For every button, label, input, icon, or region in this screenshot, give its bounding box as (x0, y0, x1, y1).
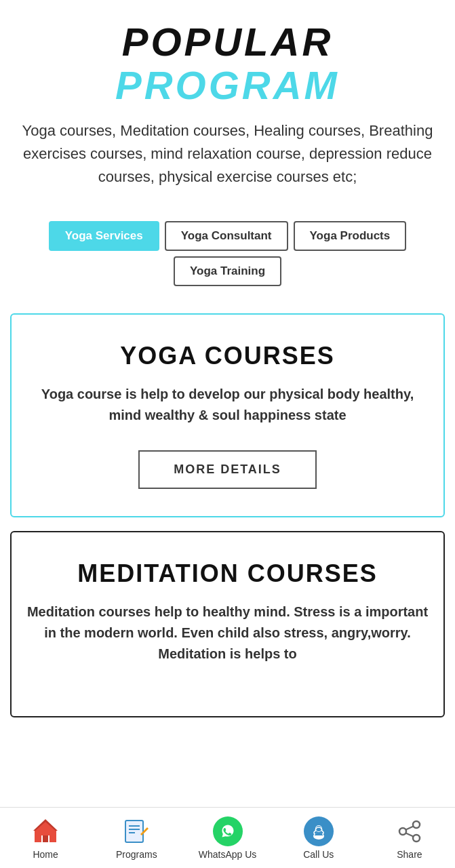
svg-point-14 (413, 835, 420, 842)
nav-programs-label: Programs (116, 849, 157, 860)
filter-section: Yoga Services Yoga Consultant Yoga Produ… (0, 202, 455, 300)
svg-point-11 (316, 826, 321, 831)
yoga-courses-card: YOGA COURSES Yoga course is help to deve… (10, 313, 445, 517)
meditation-courses-desc: Meditation courses help to healthy mind.… (25, 601, 430, 665)
bottom-nav: Home Programs Whats (0, 807, 455, 868)
nav-callus-label: Call Us (303, 849, 334, 860)
filter-yoga-services[interactable]: Yoga Services (49, 221, 159, 251)
main-content: POPULAR PROGRAM Yoga courses, Meditation… (0, 0, 455, 799)
nav-programs[interactable]: Programs (91, 816, 182, 860)
meditation-courses-card: MEDITATION COURSES Meditation courses he… (10, 531, 445, 717)
nav-share-label: Share (397, 849, 422, 860)
callus-icon (304, 816, 334, 846)
yoga-courses-more-details-button[interactable]: MORE DETAILS (138, 450, 317, 489)
yoga-courses-desc: Yoga course is help to develop our physi… (25, 384, 430, 426)
nav-home[interactable]: Home (0, 816, 91, 860)
programs-icon (121, 816, 151, 846)
nav-whatsapp[interactable]: WhatsApp Us (182, 816, 273, 860)
filter-yoga-products[interactable]: Yoga Products (294, 221, 407, 251)
nav-whatsapp-label: WhatsApp Us (199, 849, 257, 860)
filter-yoga-training[interactable]: Yoga Training (174, 256, 281, 286)
header-subtitle: Yoga courses, Meditation courses, Healin… (14, 119, 441, 189)
home-icon (31, 816, 60, 846)
nav-callus[interactable]: Call Us (273, 816, 364, 860)
nav-share[interactable]: Share (364, 816, 455, 860)
share-icon (395, 816, 424, 846)
meditation-courses-title: MEDITATION COURSES (25, 559, 430, 588)
nav-home-label: Home (33, 849, 58, 860)
svg-line-16 (405, 833, 413, 836)
whatsapp-icon (213, 816, 243, 846)
header-section: POPULAR PROGRAM Yoga courses, Meditation… (0, 0, 455, 202)
svg-rect-3 (125, 821, 143, 842)
header-title-program: PROGRAM (14, 64, 441, 107)
filter-yoga-consultant[interactable]: Yoga Consultant (165, 221, 288, 251)
svg-line-15 (405, 826, 413, 829)
svg-point-13 (399, 828, 406, 835)
svg-rect-2 (43, 835, 48, 842)
yoga-courses-title: YOGA COURSES (25, 342, 430, 370)
header-title-popular: POPULAR (14, 20, 441, 64)
svg-point-12 (413, 821, 420, 828)
